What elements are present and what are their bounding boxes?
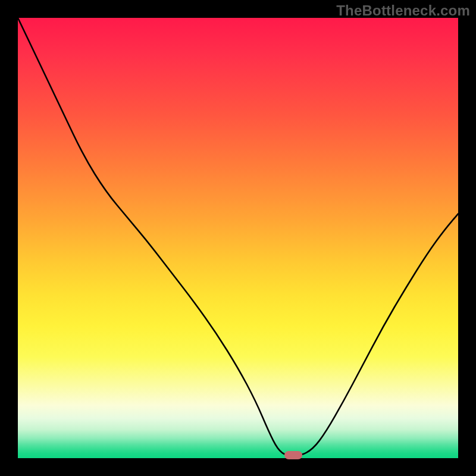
watermark-text: TheBottleneck.com: [336, 2, 470, 19]
chart-stage: TheBottleneck.com: [0, 0, 476, 476]
bottleneck-curve-path: [18, 18, 458, 456]
bottleneck-curve: [18, 18, 458, 458]
plot-area: [18, 18, 458, 458]
optimal-point-marker: [284, 451, 302, 459]
